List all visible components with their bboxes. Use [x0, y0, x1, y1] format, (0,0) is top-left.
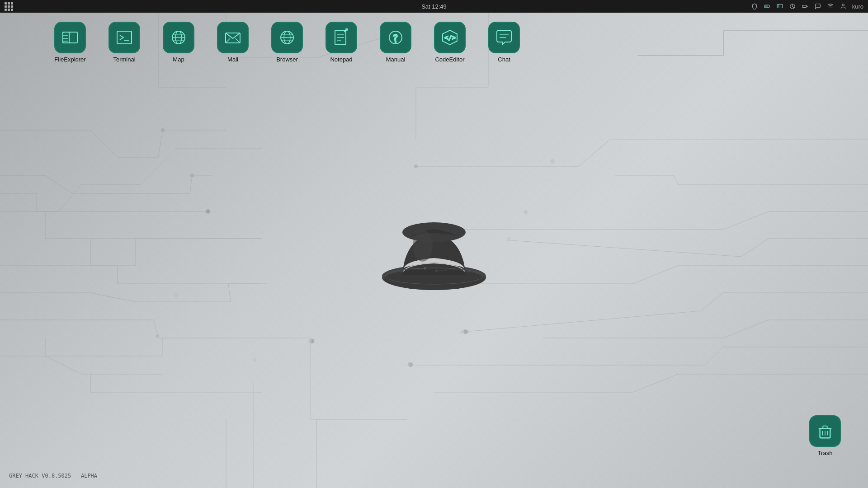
- manual-label: Manual: [386, 56, 406, 63]
- browser-label: Browser: [276, 56, 298, 63]
- user-icon[interactable]: [840, 3, 847, 10]
- browser-icon: [278, 28, 296, 47]
- message-icon[interactable]: [814, 3, 821, 10]
- svg-point-21: [253, 358, 256, 361]
- taskbar: Sat 12:49: [0, 0, 868, 13]
- display-icon[interactable]: [776, 3, 783, 10]
- code-editor-icon: </>: [441, 28, 459, 47]
- taskbar-datetime: Sat 12:49: [421, 3, 447, 10]
- terminal-icon: [115, 28, 133, 47]
- svg-rect-1: [765, 5, 768, 7]
- svg-point-15: [524, 210, 528, 214]
- taskbar-right: kuro: [751, 3, 863, 10]
- chat-icon-box: [488, 22, 520, 53]
- svg-point-13: [414, 164, 418, 168]
- terminal-icon-box: [108, 22, 140, 53]
- fileexplorer-icon-box: [54, 22, 86, 53]
- map-icon: [170, 28, 188, 47]
- svg-point-14: [550, 159, 555, 164]
- app-icon-map[interactable]: Map: [154, 22, 203, 63]
- wifi-icon[interactable]: [827, 3, 834, 10]
- fileexplorer-label: FileExplorer: [54, 56, 85, 63]
- battery-icon[interactable]: [764, 3, 771, 10]
- file-explorer-icon: [61, 28, 79, 47]
- browser-icon-box: [271, 22, 303, 53]
- hat-illustration: [377, 198, 491, 302]
- svg-point-16: [507, 237, 510, 241]
- apps-grid-icon[interactable]: [5, 2, 13, 11]
- hat-container: [377, 198, 491, 302]
- svg-rect-5: [802, 5, 806, 8]
- svg-point-10: [175, 293, 178, 297]
- system-icon[interactable]: [789, 3, 796, 10]
- shield-icon[interactable]: [751, 3, 758, 10]
- app-icon-notepad[interactable]: Notepad: [316, 22, 366, 63]
- app-icon-codeeditor[interactable]: </> CodeEditor: [425, 22, 475, 63]
- terminal-label: Terminal: [113, 56, 135, 63]
- svg-line-37: [226, 38, 230, 43]
- svg-point-66: [384, 269, 484, 287]
- version-label: GREY HACK V0.8.5025 - ALPHA: [9, 473, 97, 479]
- svg-point-60: [413, 230, 433, 262]
- trash-container[interactable]: Trash: [809, 415, 841, 456]
- notepad-icon-box: [326, 22, 357, 53]
- svg-text:?: ?: [393, 33, 398, 42]
- svg-point-7: [161, 128, 165, 132]
- svg-point-49: [346, 28, 348, 30]
- power-icon[interactable]: [802, 3, 809, 10]
- trash-label: Trash: [818, 450, 833, 456]
- map-label: Map: [173, 56, 184, 63]
- svg-point-12: [156, 334, 159, 338]
- mail-icon: [224, 28, 242, 47]
- notepad-icon: [332, 28, 350, 47]
- svg-line-38: [236, 38, 240, 43]
- app-icon-mail[interactable]: Mail: [208, 22, 258, 63]
- codeeditor-label: CodeEditor: [435, 56, 464, 63]
- app-icon-fileexplorer[interactable]: FileExplorer: [45, 22, 95, 63]
- desktop: FileExplorer Terminal: [0, 13, 868, 488]
- username-label: kuro: [852, 3, 863, 10]
- notepad-label: Notepad: [330, 56, 352, 63]
- app-icon-terminal[interactable]: Terminal: [99, 22, 149, 63]
- codeeditor-icon-box: </>: [434, 22, 466, 53]
- svg-point-17: [463, 329, 468, 334]
- chat-label: Chat: [498, 56, 510, 63]
- app-icon-chat[interactable]: Chat: [479, 22, 529, 63]
- svg-point-6: [842, 4, 844, 6]
- svg-text:</>: </>: [444, 34, 456, 41]
- mail-icon-box: [217, 22, 249, 53]
- app-icon-manual[interactable]: ? Manual: [371, 22, 420, 63]
- svg-rect-29: [117, 31, 132, 44]
- svg-point-8: [190, 174, 194, 177]
- trash-icon-box: [809, 415, 841, 447]
- svg-rect-3: [778, 5, 779, 8]
- chat-icon: [495, 28, 513, 47]
- app-icon-browser[interactable]: Browser: [262, 22, 312, 63]
- svg-point-23: [408, 362, 411, 366]
- map-icon-box: [163, 22, 194, 53]
- taskbar-left: [5, 2, 13, 11]
- manual-icon: ?: [387, 28, 405, 47]
- manual-icon-box: ?: [380, 22, 411, 53]
- svg-point-19: [460, 330, 464, 334]
- trash-icon: [816, 422, 834, 440]
- svg-point-52: [395, 42, 396, 43]
- mail-label: Mail: [227, 56, 238, 63]
- app-bar: FileExplorer Terminal: [45, 22, 529, 63]
- svg-point-9: [206, 209, 210, 214]
